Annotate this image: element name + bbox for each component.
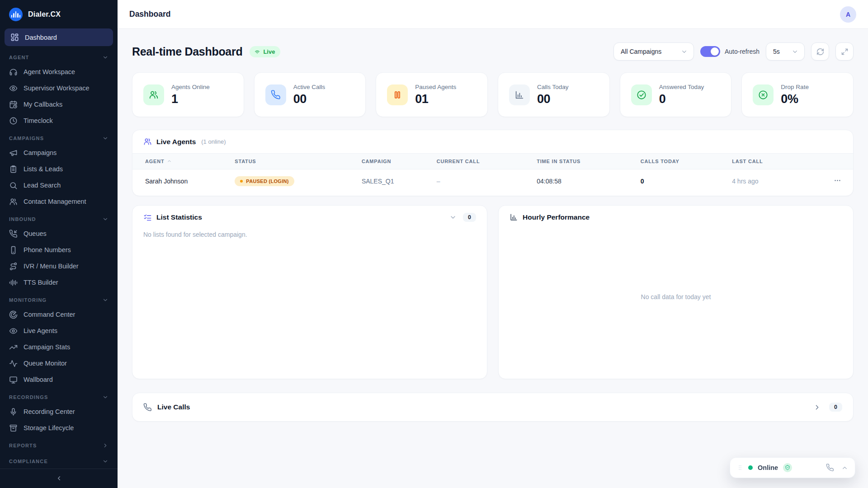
sidebar-item-campaigns[interactable]: Campaigns xyxy=(5,145,113,161)
chevron-up-icon[interactable] xyxy=(841,465,848,471)
stat-label: Answered Today xyxy=(659,84,704,90)
sidebar-section-reports[interactable]: REPORTS xyxy=(5,436,113,452)
sidebar-item-my-callbacks[interactable]: My Callbacks xyxy=(5,96,113,113)
stat-label: Calls Today xyxy=(537,84,569,90)
column-header-time-in-status[interactable]: TIME IN STATUS xyxy=(537,154,641,169)
sidebar-item-timeclock[interactable]: Timeclock xyxy=(5,113,113,129)
sidebar-item-campaign-stats[interactable]: Campaign Stats xyxy=(5,339,113,355)
activity-icon xyxy=(9,359,18,368)
sidebar-collapse-button[interactable] xyxy=(53,473,65,483)
live-calls-count-badge: 0 xyxy=(829,403,842,412)
time-in-status-cell: 04:08:58 xyxy=(537,169,641,193)
campaign-filter-select[interactable]: All Campaigns xyxy=(613,42,694,61)
row-actions-button[interactable] xyxy=(834,177,841,184)
chevron-down-icon[interactable] xyxy=(449,214,457,221)
chevron-right-icon[interactable] xyxy=(813,404,821,411)
status-dot xyxy=(240,180,243,183)
chevron-down-icon xyxy=(681,48,688,55)
dashboard-icon xyxy=(10,33,19,42)
stat-value: 00 xyxy=(293,92,326,106)
stat-value: 00 xyxy=(537,92,569,106)
mic-icon xyxy=(9,408,18,416)
dashboard-heading: Real-time Dashboard xyxy=(132,45,242,58)
hourly-performance-title: Hourly Performance xyxy=(523,213,590,221)
column-header-campaign[interactable]: CAMPAIGN xyxy=(362,154,437,169)
sidebar-item-queue-monitor[interactable]: Queue Monitor xyxy=(5,355,113,371)
sidebar-item-tts-builder[interactable]: TTS Builder xyxy=(5,274,113,291)
expand-icon xyxy=(841,48,849,56)
live-calls-panel[interactable]: Live Calls 0 xyxy=(132,393,854,422)
smartphone-icon xyxy=(9,246,18,254)
auto-refresh-toggle[interactable] xyxy=(700,46,720,57)
eye-icon xyxy=(9,84,18,93)
fullscreen-button[interactable] xyxy=(835,42,854,61)
phone-icon[interactable] xyxy=(826,464,834,472)
list-count-badge: 0 xyxy=(463,213,476,222)
sidebar-item-wallboard[interactable]: Wallboard xyxy=(5,371,113,388)
column-header-last-call[interactable]: LAST CALL xyxy=(732,154,813,169)
search-icon xyxy=(9,181,18,190)
sidebar-section-campaigns[interactable]: CAMPAIGNS xyxy=(5,129,113,145)
sidebar-item-storage-lifecycle[interactable]: Storage Lifecycle xyxy=(5,420,113,436)
shield-check-icon xyxy=(785,465,790,470)
stat-card-active-calls: Active Calls 00 xyxy=(254,72,366,117)
radar-icon xyxy=(9,310,18,319)
chevron-down-icon xyxy=(792,48,798,55)
app-logo: Dialer.CX xyxy=(0,0,118,27)
list-statistics-panel: List Statistics 0 No lists found for sel… xyxy=(132,205,487,379)
clock-icon xyxy=(9,117,18,125)
sidebar-item-queues[interactable]: Queues xyxy=(5,225,113,242)
eye-icon xyxy=(9,327,18,335)
live-agents-table: AGENT STATUS CAMPAIGN CURRENT CALL TIME … xyxy=(132,153,853,193)
stat-cards: Agents Online 1 Active Calls 00 Paused A… xyxy=(132,72,854,117)
sidebar-item-ivr-menu-builder[interactable]: IVR / Menu Builder xyxy=(5,258,113,274)
online-status-dot xyxy=(748,465,753,470)
page-title: Dashboard xyxy=(129,9,170,19)
sidebar-item-supervisor-workspace[interactable]: Supervisor Workspace xyxy=(5,80,113,96)
sidebar-item-live-agents[interactable]: Live Agents xyxy=(5,323,113,339)
column-header-agent[interactable]: AGENT xyxy=(132,154,235,169)
app-name: Dialer.CX xyxy=(28,10,61,19)
column-header-status[interactable]: STATUS xyxy=(235,154,362,169)
avatar[interactable]: A xyxy=(840,6,856,23)
sidebar-item-command-center[interactable]: Command Center xyxy=(5,306,113,323)
sidebar-item-recording-center[interactable]: Recording Center xyxy=(5,404,113,420)
chevron-down-icon xyxy=(102,394,108,400)
sidebar-item-contact-management[interactable]: Contact Management xyxy=(5,193,113,210)
sidebar-item-agent-workspace[interactable]: Agent Workspace xyxy=(5,64,113,80)
column-header-current-call[interactable]: CURRENT CALL xyxy=(437,154,537,169)
audio-lines-icon xyxy=(9,278,18,287)
drag-handle-icon[interactable] xyxy=(737,464,743,471)
chevron-down-icon xyxy=(102,297,108,303)
list-statistics-empty-message: No lists found for selected campaign. xyxy=(132,229,487,240)
refresh-button[interactable] xyxy=(811,42,829,61)
sidebar-item-phone-numbers[interactable]: Phone Numbers xyxy=(5,242,113,258)
megaphone-icon xyxy=(9,149,18,157)
sidebar-section-inbound[interactable]: INBOUND xyxy=(5,210,113,225)
users-icon xyxy=(149,90,159,100)
chevron-up-icon xyxy=(167,159,172,164)
sidebar-item-dashboard[interactable]: Dashboard xyxy=(5,28,113,46)
phone-icon xyxy=(143,403,152,412)
wifi-icon xyxy=(254,48,260,55)
sidebar-item-lead-search[interactable]: Lead Search xyxy=(5,177,113,193)
users-icon xyxy=(143,137,152,146)
sidebar-section-agent[interactable]: AGENT xyxy=(5,48,113,64)
dashboard-content: Real-time Dashboard Live All Campaigns A… xyxy=(118,29,868,488)
column-header-calls-today[interactable]: CALLS TODAY xyxy=(641,154,732,169)
sidebar-section-monitoring[interactable]: MONITORING xyxy=(5,291,113,306)
stat-label: Agents Online xyxy=(171,84,210,90)
sidebar-item-lists-leads[interactable]: Lists & Leads xyxy=(5,161,113,177)
sidebar-section-recordings[interactable]: RECORDINGS xyxy=(5,388,113,404)
chevron-down-icon xyxy=(102,54,108,61)
refresh-interval-select[interactable]: 5s xyxy=(766,42,805,61)
top-header: Dashboard A xyxy=(118,0,868,29)
stat-label: Active Calls xyxy=(293,84,326,90)
bar-chart-icon xyxy=(514,90,524,100)
sidebar-section-compliance[interactable]: COMPLIANCE xyxy=(5,452,113,468)
online-status-label: Online xyxy=(758,464,778,471)
sidebar-item-label: Dashboard xyxy=(25,34,57,41)
toolbar: Real-time Dashboard Live All Campaigns A… xyxy=(132,42,854,61)
stat-value: 01 xyxy=(415,92,456,106)
app-logo-icon xyxy=(9,8,23,21)
